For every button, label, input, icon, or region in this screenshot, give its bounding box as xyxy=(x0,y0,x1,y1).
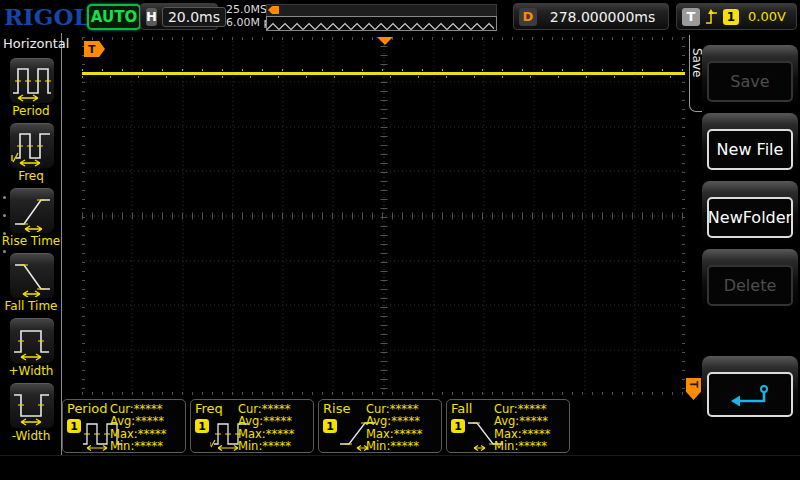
scroll-dot xyxy=(3,196,6,199)
sidebar-label-rise-time: Rise Time xyxy=(0,234,62,248)
sidebar-item-period[interactable] xyxy=(10,58,54,103)
waveform-thumbnail xyxy=(266,16,497,31)
delay-value: 278.000000ms xyxy=(542,9,663,25)
sidebar-item-fall-time[interactable] xyxy=(10,253,54,298)
save-button-label: Save xyxy=(707,61,793,102)
measurement-panel-freq: Freq 1 Cur:*****Avg:***** Max:*****Min:*… xyxy=(190,399,314,453)
sidebar-item-freq[interactable] xyxy=(10,123,54,168)
delay-badge: D xyxy=(519,8,537,26)
rigol-logo: RIGOL xyxy=(4,3,90,30)
softkey-save[interactable]: Save xyxy=(702,45,798,107)
new-file-button-label: New File xyxy=(707,129,793,170)
sidebar-label-pos-width: +Width xyxy=(0,364,62,378)
grid-and-trace xyxy=(82,37,685,395)
trigger-level-value: 0.00V xyxy=(748,9,786,24)
channel-badge: 1 xyxy=(323,419,337,433)
return-arrow-icon xyxy=(727,382,773,408)
sidebar-item-rise-time[interactable] xyxy=(10,188,54,233)
panel-stats: Cur:*****Avg:***** Max:*****Min:***** xyxy=(238,403,294,452)
trigger-badge: T xyxy=(682,8,700,26)
horizontal-badge: H xyxy=(146,8,157,26)
graticule xyxy=(82,37,685,395)
trigger-position-arrow-icon xyxy=(268,6,279,14)
measurement-panel-period: Period 1 Cur:*****Avg:***** Max:*****Min… xyxy=(62,399,186,453)
scroll-dot xyxy=(3,232,6,235)
sidebar-label-period: Period xyxy=(0,104,62,118)
channel-badge: 1 xyxy=(67,419,81,433)
sidebar-label-fall-time: Fall Time xyxy=(0,299,62,313)
waveform-overview[interactable] xyxy=(266,4,497,30)
sidebar-label-freq: Freq xyxy=(0,169,62,183)
new-folder-button-label: NewFolder xyxy=(707,197,793,238)
delete-button-label: Delete xyxy=(707,265,793,306)
measurement-panel-rise: Rise 1 Cur:*****Avg:***** Max:*****Min:*… xyxy=(318,399,442,453)
timebase-value: 20.0ms xyxy=(162,7,226,27)
run-status-badge: AUTO xyxy=(87,4,141,30)
offscreen-trigger-marker: T xyxy=(686,378,701,400)
trigger-delay-box[interactable]: D 278.000000ms xyxy=(513,3,669,30)
panel-title: Period xyxy=(67,401,108,416)
freq-icon xyxy=(11,125,53,167)
thumbnail-zigzag-icon xyxy=(267,21,494,32)
trigger-status-box[interactable]: T 1 0.00V xyxy=(676,3,797,30)
softkey-new-file[interactable]: New File xyxy=(702,113,798,175)
fall-time-icon xyxy=(11,255,53,297)
softkey-return[interactable] xyxy=(702,356,798,422)
ch1-trace xyxy=(82,70,685,77)
scroll-dot xyxy=(3,250,6,253)
trigger-source-badge: 1 xyxy=(723,9,739,25)
left-menu-title: Horizontal xyxy=(3,36,69,51)
top-status-bar: RIGOL AUTO H 20.0ms 25.0MSa/s 6.00M pts … xyxy=(0,0,800,33)
minus-width-icon xyxy=(11,385,53,427)
measurement-panel-fall: Fall 1 Cur:*****Avg:***** Max:*****Min:*… xyxy=(446,399,570,453)
panel-title: Freq xyxy=(195,401,223,416)
softkey-delete[interactable]: Delete xyxy=(702,249,798,311)
sidebar-label-neg-width: -Width xyxy=(0,429,62,443)
softkey-new-folder[interactable]: NewFolder xyxy=(702,181,798,243)
plus-width-icon xyxy=(11,320,53,362)
panel-stats: Cur:*****Avg:***** Max:*****Min:***** xyxy=(494,403,550,452)
panel-title: Fall xyxy=(451,401,472,416)
period-icon xyxy=(11,60,53,102)
bottom-status-bar: 1 14.8 V 2 5.00 V xyxy=(0,455,800,480)
panel-stats: Cur:*****Avg:***** Max:*****Min:***** xyxy=(110,403,166,452)
horizontal-timebase-box[interactable]: H 20.0ms xyxy=(140,3,218,30)
rise-time-icon xyxy=(11,190,53,232)
sidebar-item-neg-width[interactable] xyxy=(10,383,54,428)
scroll-dot xyxy=(3,214,6,217)
panel-stats: Cur:*****Avg:***** Max:*****Min:***** xyxy=(366,403,422,452)
channel-badge: 1 xyxy=(195,419,209,433)
return-button xyxy=(707,372,793,417)
rising-edge-icon xyxy=(705,8,718,25)
channel-badge: 1 xyxy=(451,419,465,433)
sidebar-item-pos-width[interactable] xyxy=(10,318,54,363)
panel-title: Rise xyxy=(323,401,350,416)
